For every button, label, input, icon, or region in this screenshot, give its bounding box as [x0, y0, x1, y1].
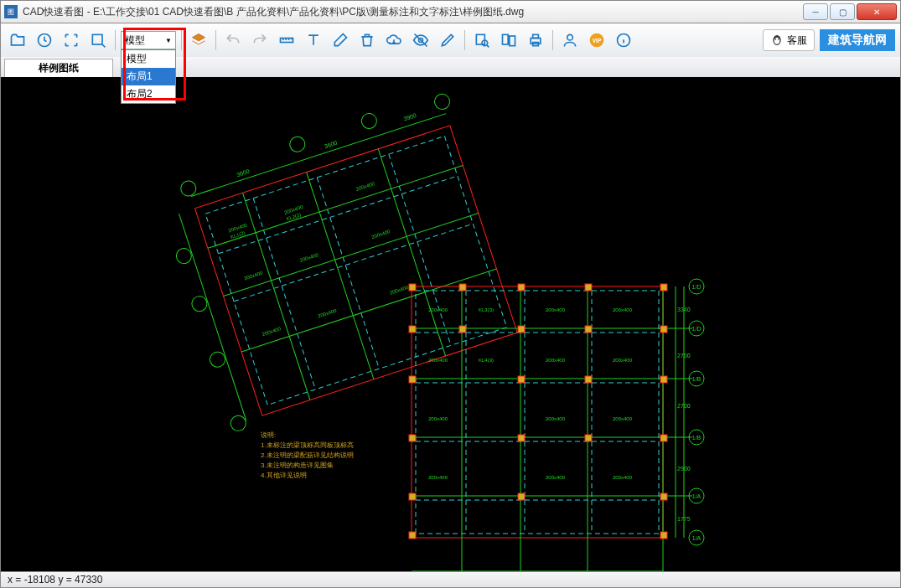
- svg-rect-87: [409, 435, 416, 441]
- svg-line-20: [208, 165, 463, 248]
- layers-icon: [190, 32, 207, 49]
- svg-rect-1: [92, 34, 102, 44]
- svg-point-17: [775, 39, 777, 40]
- svg-text:2700: 2700: [677, 403, 691, 409]
- nav-button[interactable]: 建筑导航网: [820, 29, 895, 51]
- tab-label: 样例图纸: [39, 61, 79, 75]
- svg-point-16: [774, 38, 780, 44]
- print-button[interactable]: [524, 28, 547, 52]
- svg-text:200x400: 200x400: [546, 416, 566, 421]
- svg-text:200x400: 200x400: [261, 326, 282, 337]
- svg-text:200x400: 200x400: [371, 229, 391, 240]
- dropdown-item-model[interactable]: 模型: [122, 50, 175, 68]
- edit-button[interactable]: [436, 28, 459, 52]
- zoom-window-button[interactable]: [86, 28, 110, 52]
- app-icon: 图: [4, 5, 18, 18]
- svg-rect-90: [660, 435, 667, 441]
- eraser-icon: [332, 32, 349, 49]
- layout-dropdown-list: 模型 布局1 布局2: [121, 49, 176, 104]
- undo-button[interactable]: [221, 28, 245, 52]
- svg-text:1/D: 1/D: [692, 326, 702, 332]
- delete-button[interactable]: [355, 28, 379, 52]
- svg-rect-6: [503, 34, 509, 44]
- layers-button[interactable]: [187, 28, 210, 52]
- maximize-button[interactable]: ▢: [830, 3, 855, 20]
- svg-text:3600: 3600: [324, 140, 338, 150]
- svg-text:200x400: 200x400: [243, 271, 263, 281]
- toolbar: 模型 ▼ 模型 布局1 布局2 VIP 客服 建筑导航网: [0, 23, 901, 57]
- kefu-label: 客服: [787, 34, 807, 48]
- trash-icon: [359, 32, 375, 49]
- history-button[interactable]: [33, 28, 56, 52]
- svg-line-22: [241, 269, 496, 352]
- info-icon: [615, 32, 632, 49]
- find-button[interactable]: [470, 28, 494, 52]
- drawing-canvas[interactable]: 200x400KL1(2) 200x400KL2(2) 200x400 200x…: [0, 77, 901, 571]
- zoom-extents-button[interactable]: [60, 28, 83, 52]
- svg-point-33: [287, 135, 307, 154]
- measure-button[interactable]: [275, 28, 298, 52]
- svg-text:2900: 2900: [677, 466, 691, 472]
- dropdown-item-layout2[interactable]: 布局2: [122, 85, 175, 103]
- svg-line-23: [243, 193, 310, 400]
- svg-text:KL4(3): KL4(3): [479, 358, 494, 363]
- kefu-button[interactable]: 客服: [763, 29, 815, 51]
- svg-rect-84: [518, 376, 525, 383]
- svg-rect-65: [416, 291, 659, 534]
- svg-point-11: [567, 34, 573, 40]
- cloud-button[interactable]: [382, 28, 406, 52]
- svg-point-34: [360, 111, 379, 131]
- text-button[interactable]: [302, 28, 325, 52]
- svg-text:1775: 1775: [677, 516, 691, 522]
- extents-icon: [63, 32, 80, 49]
- erase-button[interactable]: [329, 28, 352, 52]
- svg-text:200x400: 200x400: [318, 307, 338, 318]
- svg-rect-4: [476, 34, 484, 44]
- redo-button[interactable]: [248, 28, 272, 52]
- svg-text:200x400: 200x400: [355, 181, 375, 192]
- undo-icon: [225, 32, 241, 49]
- close-button[interactable]: ✕: [857, 3, 897, 20]
- compare-button[interactable]: [497, 28, 520, 52]
- svg-text:200x400: 200x400: [613, 416, 633, 421]
- text-icon: [305, 32, 322, 49]
- minimize-button[interactable]: ─: [803, 3, 828, 20]
- svg-rect-95: [660, 532, 667, 539]
- svg-text:VIP: VIP: [593, 38, 602, 44]
- vip-button[interactable]: VIP: [585, 28, 608, 52]
- svg-text:200x400: 200x400: [389, 285, 409, 296]
- svg-text:200x400: 200x400: [546, 358, 566, 363]
- tab-active[interactable]: 样例图纸: [4, 59, 113, 77]
- separator: [215, 30, 216, 50]
- eye-off-icon: [412, 32, 429, 49]
- printer-icon: [527, 32, 544, 49]
- svg-rect-91: [409, 493, 416, 500]
- redo-icon: [251, 32, 268, 49]
- separator: [115, 30, 116, 50]
- open-button[interactable]: [6, 28, 29, 52]
- separator: [552, 30, 553, 50]
- layout-dropdown[interactable]: 模型 ▼ 模型 布局1 布局2: [121, 31, 176, 49]
- svg-rect-74: [459, 284, 466, 291]
- hide-button[interactable]: [409, 28, 432, 52]
- info-button[interactable]: [612, 28, 635, 52]
- svg-text:说明:: 说明:: [261, 431, 276, 439]
- svg-text:KL3(3): KL3(3): [479, 307, 494, 312]
- find-icon: [474, 32, 490, 49]
- svg-text:1.未标注的梁顶标高同板顶标高: 1.未标注的梁顶标高同板顶标高: [261, 441, 354, 449]
- svg-line-30: [317, 178, 379, 369]
- svg-text:200x400: 200x400: [546, 475, 566, 480]
- svg-text:1/D: 1/D: [692, 284, 702, 290]
- svg-rect-81: [585, 326, 592, 333]
- cloud-down-icon: [386, 32, 402, 49]
- coord-readout: x = -18108 y = 47330: [8, 574, 102, 585]
- svg-rect-79: [459, 326, 466, 333]
- chevron-down-icon: ▼: [165, 37, 172, 44]
- zoom-window-icon: [90, 32, 106, 49]
- svg-point-35: [432, 92, 452, 111]
- svg-text:1/B: 1/B: [692, 435, 702, 441]
- svg-rect-83: [409, 376, 416, 383]
- user-button[interactable]: [558, 28, 582, 52]
- svg-rect-7: [510, 36, 515, 46]
- dropdown-item-layout1[interactable]: 布局1: [122, 68, 175, 85]
